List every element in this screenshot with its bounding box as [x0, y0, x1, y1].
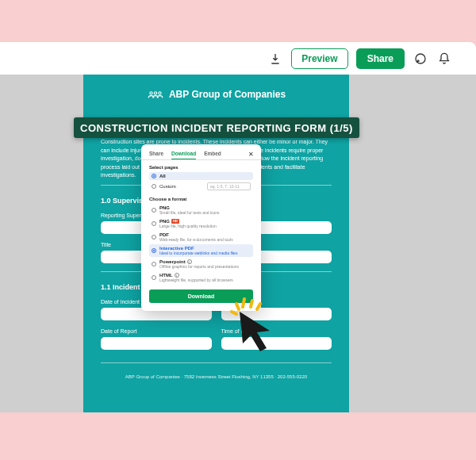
preview-button[interactable]: Preview	[291, 48, 347, 69]
svg-point-2	[154, 92, 156, 94]
svg-line-4	[243, 299, 244, 307]
radio-all-label: All	[159, 174, 166, 178]
format-desc: Large file, high quality resolution	[159, 224, 217, 228]
format-html[interactable]: HTML i Lightweight file, supported by al…	[149, 271, 253, 284]
form-title: CONSTRUCTION INCIDENT REPORTING FORM (1/…	[80, 122, 353, 134]
format-desc: Lightweight file, supported by all brows…	[159, 278, 233, 282]
brand-row: ABP Group of Companies	[101, 89, 332, 100]
tab-embed[interactable]: Embed	[204, 151, 221, 159]
form-title-banner: CONSTRUCTION INCIDENT REPORTING FORM (1/…	[74, 117, 359, 138]
close-icon[interactable]: ✕	[248, 151, 254, 158]
format-png-hd[interactable]: PNG HD Large file, high quality resoluti…	[149, 217, 253, 230]
divider	[101, 362, 332, 363]
choose-format-heading: Choose a format	[149, 197, 253, 201]
svg-line-6	[257, 304, 260, 309]
radio-icon	[152, 184, 156, 189]
app-topbar: Preview Share	[0, 42, 476, 75]
format-pdf[interactable]: PDF Web-ready file, for e-documents and …	[149, 231, 253, 243]
radio-icon	[152, 221, 156, 226]
cursor-with-spark	[225, 297, 282, 358]
radio-icon	[152, 248, 156, 253]
radio-all[interactable]: All	[149, 172, 253, 180]
download-modal: ✕ Share Download Embed Select pages All …	[141, 144, 261, 311]
tab-share[interactable]: Share	[149, 151, 163, 159]
format-interactive-pdf[interactable]: Interactive PDF Ideal to incorporate web…	[149, 244, 253, 257]
field-date-report[interactable]	[101, 337, 212, 350]
comment-icon[interactable]	[413, 51, 428, 67]
modal-tabs: Share Download Embed	[149, 151, 253, 159]
custom-pages-input[interactable]: eg. 1-5, 7, 10-11	[207, 182, 251, 190]
tab-download[interactable]: Download	[171, 151, 196, 159]
share-button[interactable]: Share	[356, 48, 405, 69]
svg-point-3	[159, 92, 161, 94]
bell-icon[interactable]	[436, 51, 452, 67]
select-pages-heading: Select pages	[149, 165, 253, 170]
format-png[interactable]: PNG Small file, ideal for texts and icon…	[149, 204, 253, 217]
svg-line-5	[251, 301, 252, 307]
format-desc: Offline graphics for reports and present…	[159, 264, 239, 269]
people-icon	[147, 89, 164, 100]
format-powerpoint[interactable]: Powerpoint i Offline graphics for report…	[149, 258, 253, 270]
format-desc: Ideal to incorporate weblinks and media …	[159, 251, 237, 255]
label-date-report: Date of Report	[101, 328, 212, 334]
radio-icon	[152, 275, 156, 280]
svg-line-7	[236, 304, 239, 309]
radio-icon	[152, 208, 156, 213]
radio-icon	[152, 262, 156, 266]
radio-custom[interactable]: Custom eg. 1-5, 7, 10-11	[149, 181, 253, 192]
download-icon[interactable]	[267, 51, 283, 67]
brand-text: ABP Group of Companies	[169, 89, 286, 100]
radio-icon	[152, 174, 156, 178]
radio-custom-label: Custom	[159, 184, 176, 189]
format-desc: Web-ready file, for e-documents and tool…	[159, 237, 233, 242]
radio-icon	[152, 235, 156, 240]
svg-line-8	[232, 312, 236, 314]
format-desc: Small file, ideal for texts and icons	[159, 210, 220, 215]
form-footer: ABP Group of Companies · 7582 Inverness …	[101, 374, 332, 379]
svg-point-1	[150, 92, 152, 94]
